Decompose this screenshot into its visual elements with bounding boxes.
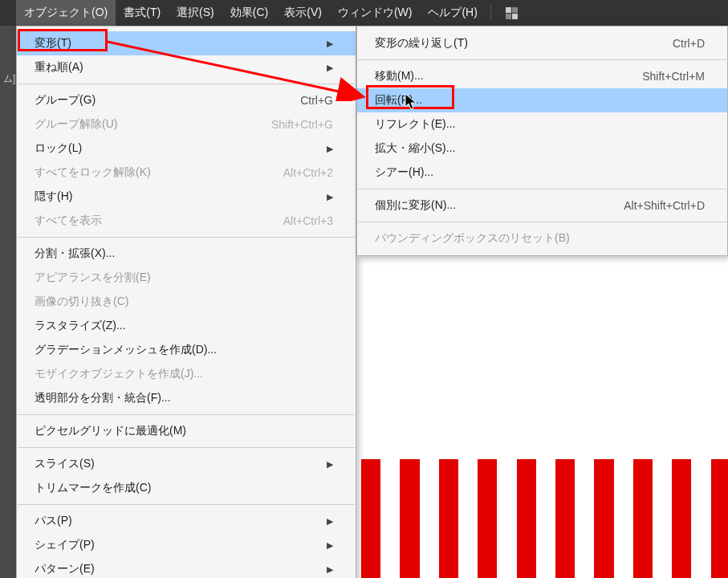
menu-select[interactable]: 選択(S) (169, 0, 222, 26)
menu-divider (358, 222, 726, 222)
menu-help[interactable]: ヘルプ(H) (420, 0, 485, 26)
menu-item-transform[interactable]: 変形(T)▶ (17, 31, 356, 55)
menubar-separator (490, 5, 491, 21)
menu-divider (18, 447, 355, 448)
submenu-item-shear[interactable]: シアー(H)... (357, 161, 727, 185)
menu-object[interactable]: オブジェクト(O) (16, 0, 116, 26)
left-strip-label: ム] (3, 72, 15, 86)
menu-divider (18, 83, 355, 84)
submenu-arrow-icon: ▶ (327, 540, 333, 551)
menu-item-trim-marks[interactable]: トリムマークを作成(C) (17, 476, 356, 500)
menu-item-mosaic: モザイクオブジェクトを作成(J)... (17, 362, 356, 386)
menu-divider (358, 189, 726, 189)
menu-item-ungroup: グループ解除(U)Shift+Ctrl+G (17, 112, 356, 136)
menu-item-hide[interactable]: 隠す(H)▶ (17, 185, 356, 209)
submenu-arrow-icon: ▶ (327, 144, 333, 154)
submenu-item-transform-each[interactable]: 個別に変形(N)...Alt+Shift+Ctrl+D (357, 193, 727, 218)
submenu-item-reset-bbox: バウンディングボックスのリセット(B) (357, 226, 727, 250)
submenu-item-move[interactable]: 移動(M)...Shift+Ctrl+M (357, 64, 727, 88)
menu-item-show-all: すべてを表示Alt+Ctrl+3 (17, 209, 356, 233)
workspace-switcher-icon[interactable] (496, 0, 527, 26)
submenu-arrow-icon: ▶ (327, 516, 333, 527)
menu-item-pixel-perfect[interactable]: ピクセルグリッドに最適化(M) (17, 419, 356, 443)
submenu-arrow-icon: ▶ (327, 459, 333, 470)
canvas-artwork-stripes (361, 459, 728, 578)
menu-effect[interactable]: 効果(C) (222, 0, 276, 26)
menu-item-crop-image: 画像の切り抜き(C) (17, 290, 356, 314)
menu-item-slice[interactable]: スライス(S)▶ (17, 452, 356, 476)
submenu-item-transform-again[interactable]: 変形の繰り返し(T)Ctrl+D (357, 31, 727, 55)
menu-divider (18, 414, 355, 415)
object-menu: 変形(T)▶ 重ね順(A)▶ グループ(G)Ctrl+G グループ解除(U)Sh… (16, 26, 356, 578)
menubar: オブジェクト(O) 書式(T) 選択(S) 効果(C) 表示(V) ウィンドウ(… (0, 0, 728, 26)
menu-divider (18, 237, 355, 238)
menu-item-group[interactable]: グループ(G)Ctrl+G (17, 88, 356, 112)
menu-view[interactable]: 表示(V) (276, 0, 330, 26)
menu-item-expand-appearance: アピアランスを分割(E) (17, 266, 356, 290)
submenu-item-scale[interactable]: 拡大・縮小(S)... (357, 136, 727, 161)
submenu-item-rotate[interactable]: 回転(R)... (357, 88, 727, 112)
menu-divider (358, 59, 726, 60)
left-panel-strip: ム] (0, 26, 16, 578)
menu-window[interactable]: ウィンドウ(W) (330, 0, 421, 26)
submenu-arrow-icon: ▶ (327, 39, 333, 49)
menu-item-path[interactable]: パス(P)▶ (17, 509, 356, 533)
menu-item-unlock-all: すべてをロック解除(K)Alt+Ctrl+2 (17, 161, 356, 185)
submenu-item-reflect[interactable]: リフレクト(E)... (357, 112, 727, 136)
menu-item-shape[interactable]: シェイプ(P)▶ (17, 533, 356, 557)
menu-type[interactable]: 書式(T) (116, 0, 169, 26)
submenu-arrow-icon: ▶ (327, 564, 333, 575)
menu-item-gradient-mesh[interactable]: グラデーションメッシュを作成(D)... (17, 338, 356, 362)
menu-divider (18, 504, 355, 505)
menu-item-arrange[interactable]: 重ね順(A)▶ (17, 55, 356, 79)
transform-submenu: 変形の繰り返し(T)Ctrl+D 移動(M)...Shift+Ctrl+M 回転… (356, 26, 728, 256)
submenu-arrow-icon: ▶ (327, 192, 333, 202)
menu-item-lock[interactable]: ロック(L)▶ (17, 136, 356, 161)
submenu-arrow-icon: ▶ (327, 63, 333, 73)
menu-item-pattern[interactable]: パターン(E)▶ (17, 557, 356, 578)
menu-item-expand[interactable]: 分割・拡張(X)... (17, 242, 356, 266)
menu-item-rasterize[interactable]: ラスタライズ(Z)... (17, 314, 356, 338)
menu-item-flatten[interactable]: 透明部分を分割・統合(F)... (17, 386, 356, 410)
